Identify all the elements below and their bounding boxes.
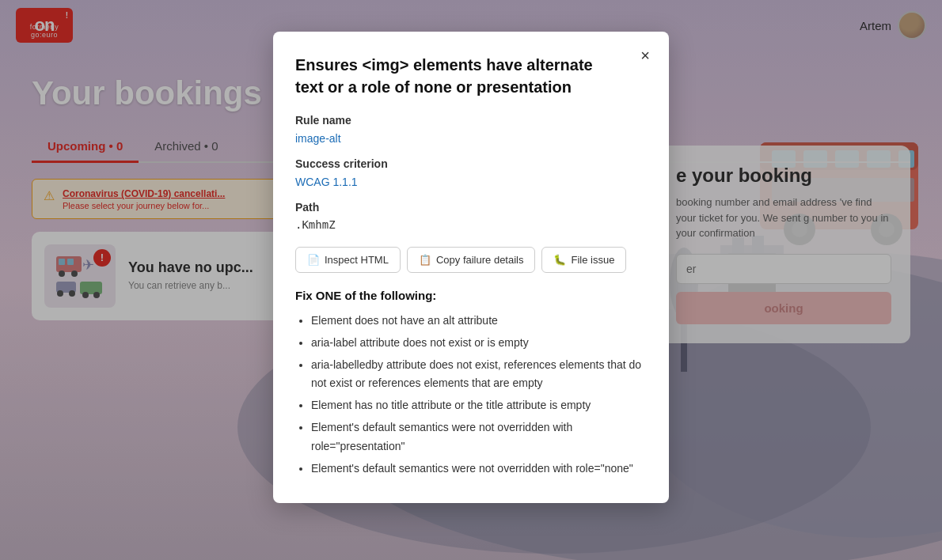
inspect-html-label: Inspect HTML [325, 254, 389, 266]
success-criterion-label: Success criterion [295, 157, 647, 170]
accessibility-modal: × Ensures <img> elements have alternate … [273, 32, 669, 503]
modal-actions: 📄 Inspect HTML 📋 Copy failure details 🐛 … [295, 247, 647, 273]
file-issue-button[interactable]: 🐛 File issue [541, 247, 626, 273]
fix-list-item: aria-label attribute does not exist or i… [311, 334, 647, 353]
copy-failure-icon: 📋 [419, 254, 431, 266]
fix-list-item: Element does not have an alt attribute [311, 312, 647, 331]
copy-failure-label: Copy failure details [436, 254, 524, 266]
inspect-html-button[interactable]: 📄 Inspect HTML [295, 247, 401, 273]
inspect-html-icon: 📄 [307, 254, 320, 266]
modal-overlay: × Ensures <img> elements have alternate … [0, 0, 942, 560]
fix-list-item: Element's default semantics were not ove… [311, 460, 647, 479]
path-label: Path [295, 201, 647, 214]
modal-close-button[interactable]: × [634, 44, 656, 66]
fix-list-item: Element has no title attribute or the ti… [311, 396, 647, 415]
fix-heading: Fix ONE of the following: [295, 289, 647, 302]
path-value: .KmhmZ [295, 218, 647, 231]
success-criterion-link[interactable]: WCAG 1.1.1 [295, 176, 358, 188]
fix-list: Element does not have an alt attributear… [295, 312, 647, 478]
fix-list-item: Element's default semantics were not ove… [311, 418, 647, 456]
file-issue-icon: 🐛 [553, 254, 566, 266]
rule-name-label: Rule name [295, 114, 647, 127]
modal-title: Ensures <img> elements have alternate te… [295, 54, 647, 98]
fix-list-item: aria-labelledby attribute does not exist… [311, 356, 647, 394]
copy-failure-button[interactable]: 📋 Copy failure details [407, 247, 536, 273]
file-issue-label: File issue [571, 254, 614, 266]
rule-name-link[interactable]: image-alt [295, 132, 341, 145]
